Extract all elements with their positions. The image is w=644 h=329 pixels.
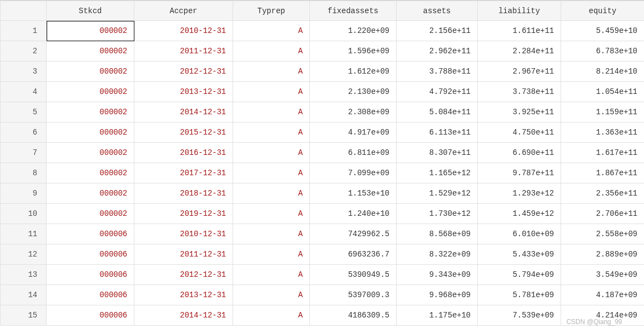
cell-accper[interactable]: 2011-12-31: [134, 41, 233, 62]
table-row[interactable]: 70000022016-12-31A6.811e+098.307e+116.69…: [1, 143, 645, 163]
cell-liability[interactable]: 4.750e+11: [478, 122, 561, 143]
cell-fixedassets[interactable]: 6.811e+09: [310, 143, 397, 163]
data-table[interactable]: Stkcd Accper Typrep fixedassets assets l…: [0, 1, 644, 326]
cell-equity[interactable]: 2.356e+11: [561, 183, 645, 204]
cell-liability[interactable]: 2.967e+11: [478, 62, 561, 82]
cell-equity[interactable]: 2.558e+09: [561, 224, 645, 244]
row-number[interactable]: 8: [1, 163, 47, 183]
table-row[interactable]: 150000062014-12-31A4186309.51.175e+107.5…: [1, 305, 645, 326]
cell-typrep[interactable]: A: [233, 305, 310, 326]
cell-liability[interactable]: 1.611e+11: [478, 21, 561, 41]
cell-accper[interactable]: 2013-12-31: [134, 285, 233, 305]
cell-equity[interactable]: 2.706e+11: [561, 204, 645, 224]
cell-accper[interactable]: 2017-12-31: [134, 163, 233, 183]
cell-fixedassets[interactable]: 1.153e+10: [310, 183, 397, 204]
cell-typrep[interactable]: A: [233, 143, 310, 163]
col-header-typrep[interactable]: Typrep: [233, 1, 310, 21]
table-row[interactable]: 100000022019-12-31A1.240e+101.730e+121.4…: [1, 204, 645, 224]
cell-fixedassets[interactable]: 1.220e+09: [310, 21, 397, 41]
cell-accper[interactable]: 2013-12-31: [134, 82, 233, 102]
col-header-liability[interactable]: liability: [478, 1, 561, 21]
cell-fixedassets[interactable]: 5397009.3: [310, 285, 397, 305]
row-number[interactable]: 14: [1, 285, 47, 305]
cell-fixedassets[interactable]: 2.308e+09: [310, 102, 397, 122]
cell-equity[interactable]: 4.214e+09: [561, 305, 645, 326]
cell-liability[interactable]: 6.010e+09: [478, 224, 561, 244]
row-number[interactable]: 1: [1, 21, 47, 41]
cell-assets[interactable]: 8.568e+09: [397, 224, 478, 244]
cell-assets[interactable]: 2.962e+11: [397, 41, 478, 62]
row-number[interactable]: 7: [1, 143, 47, 163]
cell-liability[interactable]: 5.794e+09: [478, 265, 561, 285]
col-header-fixedassets[interactable]: fixedassets: [310, 1, 397, 21]
cell-fixedassets[interactable]: 1.240e+10: [310, 204, 397, 224]
cell-stkcd[interactable]: 000006: [47, 305, 134, 326]
cell-accper[interactable]: 2016-12-31: [134, 143, 233, 163]
cell-typrep[interactable]: A: [233, 62, 310, 82]
cell-accper[interactable]: 2010-12-31: [134, 224, 233, 244]
row-number[interactable]: 5: [1, 102, 47, 122]
cell-fixedassets[interactable]: 6963236.7: [310, 244, 397, 265]
cell-assets[interactable]: 8.307e+11: [397, 143, 478, 163]
cell-typrep[interactable]: A: [233, 183, 310, 204]
cell-stkcd[interactable]: 000002: [47, 82, 134, 102]
row-number[interactable]: 9: [1, 183, 47, 204]
cell-equity[interactable]: 1.363e+11: [561, 122, 645, 143]
col-header-accper[interactable]: Accper: [134, 1, 233, 21]
cell-stkcd[interactable]: 000002: [47, 102, 134, 122]
cell-accper[interactable]: 2015-12-31: [134, 122, 233, 143]
cell-stkcd[interactable]: 000002: [47, 21, 134, 41]
cell-stkcd[interactable]: 000002: [47, 163, 134, 183]
cell-stkcd[interactable]: 000002: [47, 122, 134, 143]
cell-liability[interactable]: 3.738e+11: [478, 82, 561, 102]
cell-stkcd[interactable]: 000002: [47, 204, 134, 224]
cell-fixedassets[interactable]: 7429962.5: [310, 224, 397, 244]
cell-assets[interactable]: 8.322e+09: [397, 244, 478, 265]
cell-assets[interactable]: 4.792e+11: [397, 82, 478, 102]
cell-accper[interactable]: 2012-12-31: [134, 265, 233, 285]
table-row[interactable]: 110000062010-12-31A7429962.58.568e+096.0…: [1, 224, 645, 244]
row-number[interactable]: 2: [1, 41, 47, 62]
table-row[interactable]: 20000022011-12-31A1.596e+092.962e+112.28…: [1, 41, 645, 62]
cell-liability[interactable]: 3.925e+11: [478, 102, 561, 122]
cell-assets[interactable]: 9.343e+09: [397, 265, 478, 285]
cell-liability[interactable]: 1.293e+12: [478, 183, 561, 204]
cell-assets[interactable]: 3.788e+11: [397, 62, 478, 82]
cell-fixedassets[interactable]: 7.099e+09: [310, 163, 397, 183]
table-row[interactable]: 40000022013-12-31A2.130e+094.792e+113.73…: [1, 82, 645, 102]
cell-assets[interactable]: 1.175e+10: [397, 305, 478, 326]
cell-stkcd[interactable]: 000006: [47, 224, 134, 244]
cell-equity[interactable]: 4.187e+09: [561, 285, 645, 305]
cell-typrep[interactable]: A: [233, 204, 310, 224]
cell-accper[interactable]: 2012-12-31: [134, 62, 233, 82]
cell-typrep[interactable]: A: [233, 163, 310, 183]
cell-equity[interactable]: 2.889e+09: [561, 244, 645, 265]
row-number[interactable]: 3: [1, 62, 47, 82]
cell-stkcd[interactable]: 000002: [47, 62, 134, 82]
cell-assets[interactable]: 1.529e+12: [397, 183, 478, 204]
row-number[interactable]: 13: [1, 265, 47, 285]
col-header-equity[interactable]: equity: [561, 1, 645, 21]
cell-equity[interactable]: 1.054e+11: [561, 82, 645, 102]
table-row[interactable]: 120000062011-12-31A6963236.78.322e+095.4…: [1, 244, 645, 265]
cell-liability[interactable]: 6.690e+11: [478, 143, 561, 163]
cell-accper[interactable]: 2014-12-31: [134, 102, 233, 122]
cell-stkcd[interactable]: 000002: [47, 143, 134, 163]
col-header-assets[interactable]: assets: [397, 1, 478, 21]
cell-typrep[interactable]: A: [233, 122, 310, 143]
cell-assets[interactable]: 1.730e+12: [397, 204, 478, 224]
cell-stkcd[interactable]: 000002: [47, 41, 134, 62]
table-row[interactable]: 90000022018-12-31A1.153e+101.529e+121.29…: [1, 183, 645, 204]
cell-liability[interactable]: 5.781e+09: [478, 285, 561, 305]
cell-equity[interactable]: 5.459e+10: [561, 21, 645, 41]
rownum-header[interactable]: [1, 1, 47, 21]
table-row[interactable]: 50000022014-12-31A2.308e+095.084e+113.92…: [1, 102, 645, 122]
cell-assets[interactable]: 6.113e+11: [397, 122, 478, 143]
cell-fixedassets[interactable]: 4186309.5: [310, 305, 397, 326]
cell-stkcd[interactable]: 000006: [47, 244, 134, 265]
table-row[interactable]: 60000022015-12-31A4.917e+096.113e+114.75…: [1, 122, 645, 143]
cell-typrep[interactable]: A: [233, 21, 310, 41]
cell-assets[interactable]: 1.165e+12: [397, 163, 478, 183]
table-row[interactable]: 80000022017-12-31A7.099e+091.165e+129.78…: [1, 163, 645, 183]
cell-stkcd[interactable]: 000002: [47, 183, 134, 204]
